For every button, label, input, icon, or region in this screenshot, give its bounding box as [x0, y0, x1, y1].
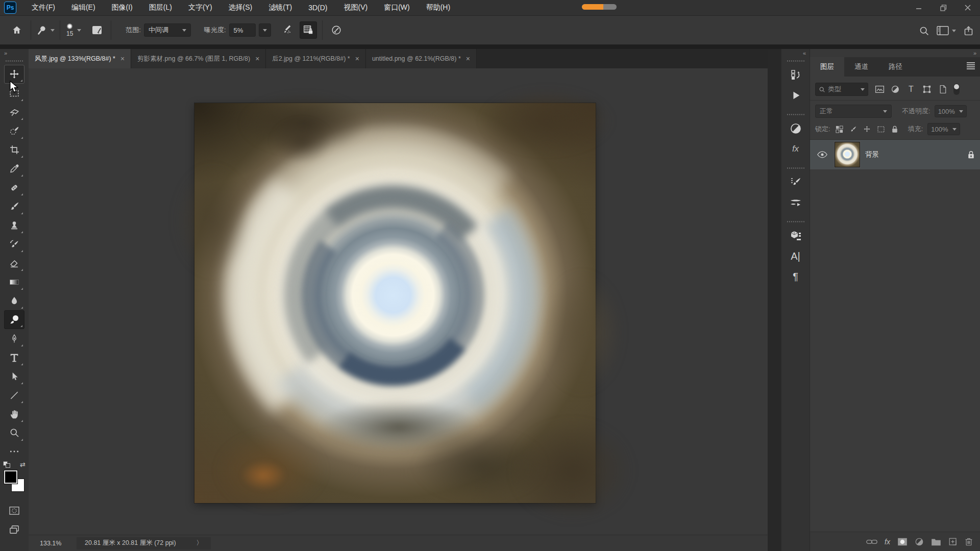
3d-panel-button[interactable]: [786, 226, 806, 246]
expand-icon[interactable]: »: [973, 50, 976, 56]
menu-view[interactable]: 视图(V): [335, 0, 376, 15]
lock-position-button[interactable]: [863, 124, 872, 134]
filter-adjustment-layers-button[interactable]: [889, 83, 901, 95]
paragraph-panel-button[interactable]: ¶: [786, 266, 806, 287]
drag-handle[interactable]: [787, 60, 804, 62]
screen-mode-button[interactable]: [4, 520, 24, 539]
edit-toolbar-button[interactable]: [4, 445, 24, 458]
tab-paths[interactable]: 路径: [878, 57, 913, 77]
canvas-viewport[interactable]: [29, 68, 768, 535]
gradient-tool[interactable]: [4, 272, 24, 291]
fill-select[interactable]: 100%: [927, 123, 960, 135]
filter-shape-layers-button[interactable]: [921, 83, 933, 95]
collapse-panels-button[interactable]: «: [781, 49, 810, 57]
new-group-icon[interactable]: [931, 538, 941, 546]
share-icon[interactable]: [963, 26, 974, 36]
close-icon[interactable]: ×: [255, 55, 259, 63]
type-tool[interactable]: [4, 348, 24, 367]
add-mask-icon[interactable]: [897, 538, 908, 546]
lock-artboard-button[interactable]: [876, 124, 886, 134]
menu-layer[interactable]: 图层(L): [141, 0, 180, 15]
pen-tool[interactable]: [4, 329, 24, 348]
dodge-tool[interactable]: [4, 310, 24, 329]
history-brush-tool[interactable]: [4, 235, 24, 254]
brush-settings-panel-button[interactable]: [786, 172, 806, 192]
lock-pixels-button[interactable]: [849, 124, 858, 134]
doc-tab-hou2[interactable]: 后2.jpg @ 121%(RGB/8#) * ×: [266, 49, 366, 68]
clone-stamp-tool[interactable]: [4, 216, 24, 235]
airbrush-toggle-button[interactable]: [278, 21, 296, 39]
status-more-icon[interactable]: 〉: [197, 539, 203, 547]
history-panel-button[interactable]: [786, 65, 806, 85]
lock-transparency-button[interactable]: [835, 124, 844, 134]
tab-layers[interactable]: 图层: [810, 57, 844, 77]
filter-pixel-layers-button[interactable]: [873, 83, 886, 95]
doc-tab-jianying[interactable]: 剪影素材.png @ 66.7% (图层 1, RGB/8) ×: [131, 49, 266, 68]
layer-filter-select[interactable]: 类型: [815, 83, 868, 96]
menu-help[interactable]: 帮助(H): [418, 0, 458, 15]
panel-menu-button[interactable]: [967, 62, 975, 69]
menu-filter[interactable]: 滤镜(T): [260, 0, 300, 15]
brush-tool[interactable]: [4, 197, 24, 216]
exposure-input[interactable]: 5%: [229, 23, 256, 37]
zoom-level-field[interactable]: 133.1%: [40, 540, 77, 547]
tools-panel-header[interactable]: »: [0, 49, 29, 57]
eyedropper-tool[interactable]: [4, 159, 24, 178]
drag-handle[interactable]: [787, 167, 804, 169]
menu-file[interactable]: 文件(F): [23, 0, 63, 15]
layer-visibility-toggle[interactable]: [815, 151, 829, 158]
character-panel-button[interactable]: A|: [786, 246, 806, 266]
home-button[interactable]: [8, 21, 26, 39]
brushes-panel-button[interactable]: [786, 192, 806, 213]
drag-handle[interactable]: [787, 220, 804, 223]
actions-panel-button[interactable]: [786, 85, 806, 106]
toggle-brush-settings-button[interactable]: [88, 21, 106, 39]
close-icon[interactable]: ×: [355, 55, 359, 63]
eraser-tool[interactable]: [4, 254, 24, 272]
foreground-color-swatch[interactable]: [4, 470, 17, 484]
blur-tool[interactable]: [4, 291, 24, 310]
range-select[interactable]: 中间调: [144, 23, 191, 37]
filter-smart-objects-button[interactable]: [937, 83, 949, 95]
hand-tool[interactable]: [4, 405, 24, 423]
exposure-dropdown-button[interactable]: [259, 23, 271, 37]
tool-preset-picker[interactable]: [36, 24, 55, 36]
menu-3d[interactable]: 3D(D): [300, 0, 335, 15]
minimize-button[interactable]: [906, 0, 931, 15]
default-colors-button[interactable]: [3, 461, 11, 468]
swap-colors-button[interactable]: ⇄: [20, 461, 26, 468]
opacity-select[interactable]: 100%: [935, 105, 967, 117]
menu-edit[interactable]: 编辑(E): [63, 0, 104, 15]
restore-button[interactable]: [931, 0, 955, 15]
link-layers-icon[interactable]: [866, 538, 877, 545]
layer-style-icon[interactable]: fx: [885, 538, 890, 546]
new-layer-icon[interactable]: [948, 537, 958, 546]
tab-channels[interactable]: 通道: [844, 57, 878, 77]
line-tool[interactable]: [4, 386, 24, 405]
zoom-tool[interactable]: [4, 423, 24, 442]
brush-size-picker[interactable]: 15: [65, 23, 81, 37]
adjustments-panel-button[interactable]: [786, 118, 806, 139]
search-icon[interactable]: [919, 26, 929, 36]
blend-mode-select[interactable]: 正常: [815, 105, 892, 118]
healing-brush-tool[interactable]: [4, 178, 24, 197]
crop-tool[interactable]: [4, 140, 24, 159]
smoothing-settings-button[interactable]: [328, 21, 345, 39]
document-image[interactable]: [194, 103, 596, 503]
menu-select[interactable]: 选择(S): [220, 0, 261, 15]
doc-tab-untitled[interactable]: untitled.png @ 62.1%(RGB/8) * ×: [366, 49, 477, 68]
lock-all-button[interactable]: [890, 124, 899, 134]
menu-window[interactable]: 窗口(W): [376, 0, 418, 15]
close-icon[interactable]: ×: [466, 55, 470, 63]
lasso-tool[interactable]: [4, 103, 24, 121]
quick-mask-button[interactable]: [4, 501, 24, 520]
protect-tones-toggle[interactable]: [300, 21, 317, 39]
doc-tab-fengjing[interactable]: 风景.jpg @ 133%(RGB/8#) * ×: [29, 49, 131, 68]
menu-image[interactable]: 图像(I): [104, 0, 141, 15]
filter-on-toggle[interactable]: [953, 84, 960, 95]
drag-handle[interactable]: [6, 60, 23, 62]
document-info[interactable]: 20.81 厘米 x 20.81 厘米 (72 ppi) 〉: [77, 537, 211, 549]
close-button[interactable]: [955, 0, 980, 15]
styles-panel-button[interactable]: fx: [786, 139, 806, 159]
filter-type-layers-button[interactable]: T: [905, 83, 917, 95]
